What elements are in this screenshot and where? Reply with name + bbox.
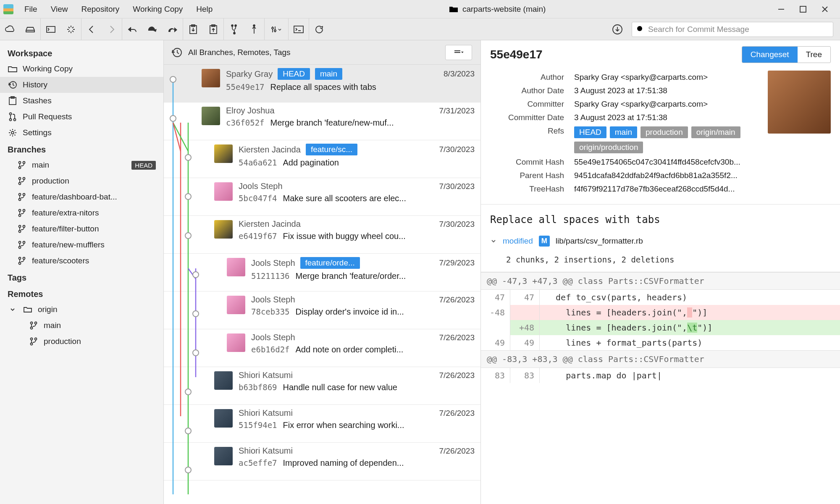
commit-date: 7/26/2023 [439,371,475,380]
sidebar-settings[interactable]: Settings [0,125,163,141]
redo-arrow-icon[interactable] [142,18,163,40]
commit-message: Replace all spaces with tabs [481,205,840,231]
commit-date: 7/30/2023 [439,220,475,229]
undo-icon[interactable] [122,18,142,40]
remote-branch-item[interactable]: main [0,318,163,333]
cloud-icon[interactable] [0,18,20,40]
settings-dropdown[interactable] [265,18,288,40]
magic-icon[interactable] [61,18,81,40]
commit-row[interactable]: Kiersten Jacinda7/30/2023e6419f67Fix iss… [164,216,480,254]
author-avatar [214,447,233,465]
ref-badge: HEAD [278,68,310,80]
history-icon [171,47,182,58]
author-avatar-large [768,71,831,134]
download-icon[interactable] [607,18,627,40]
clipboard-down-icon[interactable] [183,18,203,40]
svg-point-6 [231,25,233,26]
remote-branch-item[interactable]: production [0,333,163,349]
workspace-heading: Workspace [0,45,163,61]
commit-hash: 515f94e1 [239,420,277,430]
sidebar-working-copy[interactable]: Working Copy [0,61,163,77]
commit-row[interactable]: Sparky GrayHEADmain8/3/202355e49e17Repla… [164,65,480,102]
refresh-icon[interactable] [309,18,329,40]
commit-row[interactable]: Jools Steph7/26/202378ceb335Display orde… [164,291,480,329]
pull-request-icon [8,112,18,121]
branch-item[interactable]: feature/scooters [0,253,163,269]
commit-date: 7/30/2023 [439,182,475,191]
commit-date: 8/3/2023 [444,69,475,79]
tab-changeset[interactable]: Changeset [742,47,798,63]
svg-point-37 [19,242,21,244]
commit-message: Add pagination [283,158,339,168]
svg-point-40 [19,257,21,260]
forward-arrow-icon[interactable] [163,18,183,40]
meta-parent-hash: 9451dcafa842ddfab24f9acfd6bb81a2a355f2..… [574,171,831,180]
author-avatar [202,107,220,125]
branch-item[interactable]: production [0,173,163,189]
branch-icon [17,193,27,201]
author-avatar [214,220,233,239]
commit-row[interactable]: Elroy Joshua7/31/2023c36f052fMerge branc… [164,102,480,140]
commit-row[interactable]: Shiori Katsumi7/26/2023b63bf869Handle nu… [164,367,480,405]
folder-icon [8,65,18,73]
commit-date: 7/29/2023 [439,258,475,268]
list-view-toggle[interactable] [445,45,472,60]
branch-icon [17,225,27,233]
svg-point-20 [14,119,16,121]
chevron-down-icon [490,238,497,244]
branch-item[interactable]: feature/dashboard-bat... [0,189,163,205]
commit-row[interactable]: Shiori Katsumi7/26/2023ac5effe7Improved … [164,443,480,480]
author-avatar [214,409,233,428]
branch-item[interactable]: feature/extra-nitors [0,205,163,221]
sidebar-pull-requests[interactable]: Pull Requests [0,109,163,125]
diff-line: -48 lines = [headers.join(", ")] [481,305,840,320]
menu-file[interactable]: File [18,2,43,16]
svg-point-27 [23,178,25,180]
clipboard-up-icon[interactable] [203,18,223,40]
terminal-icon[interactable] [289,18,309,40]
search-box[interactable] [632,22,833,37]
svg-point-25 [19,178,21,180]
commit-row[interactable]: Jools Steph7/30/20235bc047f4Make sure al… [164,178,480,216]
branch-item[interactable]: feature/new-mufflers [0,237,163,253]
menu-help[interactable]: Help [190,2,218,16]
detail-pane: 55e49e17 Changeset Tree AuthorSparky Gra… [481,40,840,504]
menu-repository[interactable]: Repository [75,2,125,16]
push-up-icon[interactable] [244,18,264,40]
sidebar-history[interactable]: History [0,77,163,93]
merge-icon[interactable] [224,18,244,40]
author-avatar [214,182,233,201]
commit-author: Shiori Katsumi [239,408,293,418]
commit-row[interactable]: Shiori Katsumi7/26/2023515f94e1Fix error… [164,405,480,443]
commit-message: Add note on order completi... [296,345,404,354]
author-avatar [227,333,245,352]
meta-author-date: 3 August 2023 at 17:51:38 [574,86,759,95]
branch-item[interactable]: feature/filter-button [0,221,163,237]
branch-item[interactable]: mainHEAD [0,157,163,173]
search-input[interactable] [648,25,829,34]
back-button[interactable] [81,18,102,40]
disk-icon[interactable] [20,18,40,40]
commit-row[interactable]: Jools Steph7/26/2023e6b16d2fAdd note on … [164,329,480,367]
menu-working-copy[interactable]: Working Copy [127,2,189,16]
commit-row[interactable]: Jools Stephfeature/orde...7/29/202351211… [164,254,480,291]
sidebar-stashes[interactable]: Stashes [0,93,163,109]
commit-message: Fix error when searching worki... [283,420,404,430]
diff-line: 4747 def to_csv(parts, headers) [481,290,840,305]
svg-point-14 [637,26,642,31]
close-button[interactable] [820,4,830,14]
svg-point-10 [272,27,273,29]
svg-point-34 [19,226,21,228]
forward-button[interactable] [102,18,122,40]
maximize-button[interactable] [798,4,808,14]
explorer-icon[interactable] [41,18,61,40]
remote-origin[interactable]: origin [0,302,163,318]
tab-tree[interactable]: Tree [798,47,830,63]
diff-line: 4949 lines + format_parts(parts) [481,335,840,350]
app-icon [3,4,13,14]
menu-view[interactable]: View [45,2,74,16]
minimize-button[interactable] [776,4,786,14]
file-row[interactable]: modified M lib/parts/csv_formatter.rb [481,231,840,251]
svg-rect-0 [800,6,806,12]
commit-row[interactable]: Kiersten Jacindafeature/sc...7/30/202354… [164,140,480,178]
